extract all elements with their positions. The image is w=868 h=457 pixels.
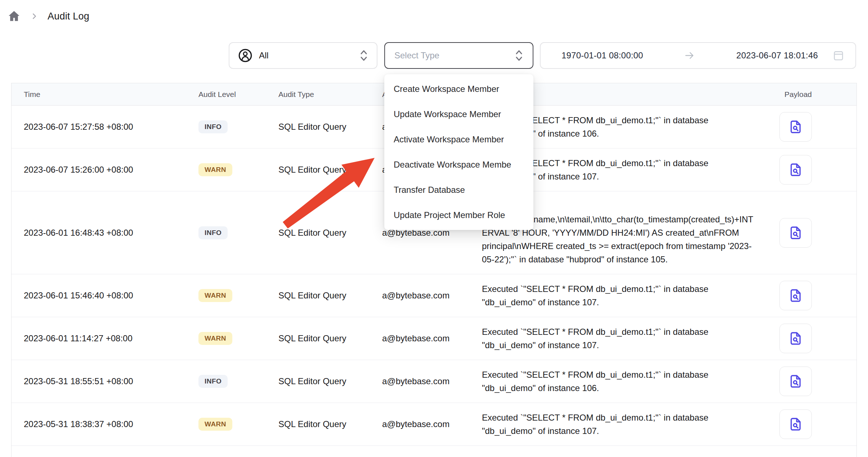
cell-audit-type: SQL Editor Query xyxy=(278,228,382,238)
date-range-picker[interactable]: 1970-01-01 08:00:00 2023-06-07 18:01:46 xyxy=(540,42,856,69)
cell-payload xyxy=(763,281,856,310)
cell-audit-level: INFO xyxy=(198,226,278,239)
column-header-type: Audit Type xyxy=(278,90,382,99)
cell-comment: Executed `"SELECT * FROM db_ui_demo.t1;"… xyxy=(482,317,763,360)
type-dropdown-option[interactable]: Transfer Database xyxy=(384,177,533,203)
cell-audit-level: WARN xyxy=(198,418,278,431)
cell-audit-level: WARN xyxy=(198,332,278,345)
cell-time: 2023-06-01 15:46:40 +08:00 xyxy=(24,290,198,301)
payload-view-button[interactable] xyxy=(779,155,812,185)
type-dropdown-option[interactable]: Update Workspace Member xyxy=(384,102,533,127)
document-search-icon xyxy=(788,288,803,303)
cell-payload xyxy=(763,112,856,142)
select-arrows-icon xyxy=(515,49,523,62)
audit-level-badge: INFO xyxy=(198,375,228,388)
actor-filter-value: All xyxy=(259,50,269,61)
cell-audit-level: INFO xyxy=(198,375,278,388)
payload-view-button[interactable] xyxy=(779,218,812,248)
type-dropdown-menu: Create Workspace Member Update Workspace… xyxy=(384,74,533,230)
cell-comment: Executed `"SELECT * FROM db_ui_demo.t1;"… xyxy=(482,360,763,403)
table-row[interactable]: 2023-06-01 11:14:27 +08:00 WARN SQL Edit… xyxy=(12,317,856,360)
cell-payload xyxy=(763,409,856,439)
calendar-icon xyxy=(832,49,845,62)
cell-payload xyxy=(763,324,856,353)
cell-actor: a@bytebase.com xyxy=(382,333,482,343)
actor-filter-select[interactable]: All xyxy=(229,42,377,69)
audit-level-badge: INFO xyxy=(198,226,228,239)
page-title: Audit Log xyxy=(48,11,89,22)
cell-audit-type: SQL Editor Query xyxy=(278,333,382,343)
cell-time: 2023-05-31 18:38:37 +08:00 xyxy=(24,419,198,429)
cell-payload xyxy=(763,155,856,185)
document-search-icon xyxy=(788,374,803,389)
cell-audit-type: SQL Editor Query xyxy=(278,376,382,386)
table-row-partial xyxy=(12,446,856,457)
cell-actor: a@bytebase.com xyxy=(382,290,482,301)
payload-view-button[interactable] xyxy=(779,367,812,396)
table-row[interactable]: 2023-05-31 18:38:37 +08:00 WARN SQL Edit… xyxy=(12,403,856,446)
column-header-level: Audit Level xyxy=(198,90,278,99)
cell-audit-level: INFO xyxy=(198,120,278,133)
payload-view-button[interactable] xyxy=(779,409,812,439)
arrow-right-icon xyxy=(684,50,695,61)
audit-level-badge: WARN xyxy=(198,418,232,431)
type-dropdown-option[interactable]: Update Project Member Role xyxy=(384,203,533,228)
cell-comment: Executed `"SELECT * FROM db_ui_demo.t1;"… xyxy=(482,403,763,445)
date-range-end[interactable]: 2023-06-07 18:01:46 xyxy=(736,50,818,61)
column-header-time: Time xyxy=(24,90,198,99)
type-dropdown-option[interactable]: Create Workspace Member xyxy=(384,76,533,102)
table-row[interactable]: 2023-06-01 15:46:40 +08:00 WARN SQL Edit… xyxy=(12,274,856,317)
date-range-start[interactable]: 1970-01-01 08:00:00 xyxy=(561,50,643,61)
cell-comment: Executed `"SELECT * FROM db_ui_demo.t1;"… xyxy=(482,274,763,317)
cell-payload xyxy=(763,367,856,396)
audit-level-badge: INFO xyxy=(198,120,228,133)
table-row[interactable]: 2023-05-31 18:55:51 +08:00 INFO SQL Edit… xyxy=(12,360,856,403)
cell-audit-level: WARN xyxy=(198,289,278,302)
cell-audit-type: SQL Editor Query xyxy=(278,165,382,175)
cell-actor: a@bytebase.com xyxy=(382,376,482,386)
type-dropdown-option[interactable]: Deactivate Workspace Member xyxy=(384,152,533,177)
cell-time: 2023-06-01 16:48:43 +08:00 xyxy=(24,228,198,238)
select-arrows-icon xyxy=(359,49,368,62)
cell-audit-type: SQL Editor Query xyxy=(278,419,382,429)
cell-actor: a@bytebase.com xyxy=(382,419,482,429)
chevron-right-icon xyxy=(30,12,38,20)
breadcrumb: Audit Log xyxy=(7,9,89,23)
document-search-icon xyxy=(788,225,803,240)
cell-audit-type: SQL Editor Query xyxy=(278,290,382,301)
audit-level-badge: WARN xyxy=(198,332,232,345)
cell-time: 2023-06-07 15:26:00 +08:00 xyxy=(24,165,198,175)
cell-time: 2023-06-01 11:14:27 +08:00 xyxy=(24,333,198,343)
home-icon[interactable] xyxy=(7,9,21,23)
cell-time: 2023-05-31 18:55:51 +08:00 xyxy=(24,376,198,386)
cell-time: 2023-06-07 15:27:58 +08:00 xyxy=(24,122,198,132)
payload-view-button[interactable] xyxy=(779,324,812,353)
document-search-icon xyxy=(788,162,803,177)
cell-payload xyxy=(763,218,856,248)
cell-audit-level: WARN xyxy=(198,163,278,176)
person-circle-icon xyxy=(238,48,252,63)
column-header-payload: Payload xyxy=(763,90,856,99)
payload-view-button[interactable] xyxy=(779,281,812,310)
payload-view-button[interactable] xyxy=(779,112,812,142)
document-search-icon xyxy=(788,119,803,134)
document-search-icon xyxy=(788,417,803,432)
type-dropdown-option[interactable]: Activate Workspace Member xyxy=(384,127,533,152)
type-filter-placeholder: Select Type xyxy=(394,50,439,61)
audit-level-badge: WARN xyxy=(198,289,232,302)
document-search-icon xyxy=(788,331,803,346)
audit-level-badge: WARN xyxy=(198,163,232,176)
cell-audit-type: SQL Editor Query xyxy=(278,122,382,132)
type-filter-select[interactable]: Select Type xyxy=(384,42,533,69)
